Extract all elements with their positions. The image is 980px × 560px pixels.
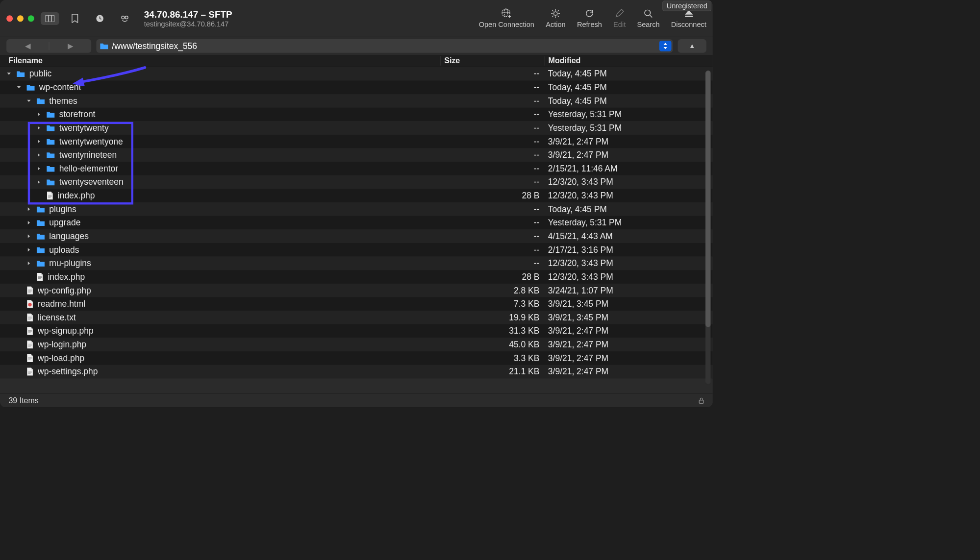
go-up-button[interactable]: ▲: [678, 39, 706, 53]
file-size: --: [440, 137, 544, 146]
path-row: ◀ ▶ /www/testingsitex_556 ▲: [0, 37, 713, 55]
file-row[interactable]: index.php28 B12/3/20, 3:43 PM: [0, 270, 713, 284]
file-row[interactable]: plugins--Today, 4:45 PM: [0, 202, 713, 216]
file-row[interactable]: wp-load.php3.3 KB3/9/21, 2:47 PM: [0, 351, 713, 365]
file-name: plugins: [49, 204, 76, 214]
file-row[interactable]: index.php28 B12/3/20, 3:43 PM: [0, 189, 713, 202]
disclosure-icon: [16, 368, 24, 375]
file-modified: 2/15/21, 11:46 AM: [545, 164, 713, 173]
app-icon-button[interactable]: [116, 12, 134, 24]
folder-icon: [36, 233, 45, 240]
folder-icon: [36, 97, 45, 105]
disclosure-icon: [16, 287, 24, 293]
file-row[interactable]: mu-plugins--12/3/20, 3:43 PM: [0, 257, 713, 270]
file-row[interactable]: wp-login.php45.0 KB3/9/21, 2:47 PM: [0, 338, 713, 351]
pencil-icon: [615, 8, 624, 19]
file-modified: Today, 4:45 PM: [545, 96, 713, 106]
file-row[interactable]: uploads--2/17/21, 3:16 PM: [0, 243, 713, 257]
disconnect-button[interactable]: Disconnect: [671, 8, 706, 28]
disclosure-icon[interactable]: [6, 71, 14, 76]
action-label: Edit: [613, 20, 626, 28]
file-size: --: [440, 204, 544, 214]
file-row[interactable]: twentyseventeen--12/3/20, 3:43 PM: [0, 175, 713, 189]
file-row[interactable]: twentynineteen--3/9/21, 2:47 PM: [0, 148, 713, 162]
disclosure-icon[interactable]: [36, 166, 44, 171]
toolbar-view-button[interactable]: [41, 12, 59, 24]
col-modified[interactable]: Modified: [545, 56, 713, 66]
file-row[interactable]: public--Today, 4:45 PM: [0, 67, 713, 81]
disclosure-icon[interactable]: [16, 85, 24, 90]
disclosure-icon[interactable]: [26, 234, 34, 239]
file-row[interactable]: upgrade--Yesterday, 5:31 PM: [0, 216, 713, 230]
path-text: /www/testingsitex_556: [112, 41, 197, 51]
svg-rect-45: [28, 360, 30, 360]
nav-forward-button[interactable]: ▶: [49, 42, 91, 50]
scroll-thumb[interactable]: [705, 71, 710, 327]
svg-rect-27: [38, 276, 42, 277]
svg-rect-30: [28, 290, 31, 290]
columns-icon: [45, 15, 54, 22]
file-name: hello-elementor: [59, 164, 118, 173]
file-list[interactable]: public--Today, 4:45 PMwp-content--Today,…: [0, 67, 713, 391]
action-menu-button[interactable]: Action: [546, 8, 565, 28]
bookmarks-button[interactable]: [66, 12, 84, 24]
file-size: --: [440, 177, 544, 187]
scrollbar[interactable]: [705, 71, 710, 384]
file-row[interactable]: wp-content--Today, 4:45 PM: [0, 80, 713, 94]
folder-icon: [26, 84, 35, 91]
folder-icon: [100, 43, 108, 50]
file-row[interactable]: readme.html7.3 KB3/9/21, 3:45 PM: [0, 297, 713, 311]
disclosure-icon[interactable]: [36, 152, 44, 157]
svg-rect-23: [685, 16, 693, 17]
file-row[interactable]: license.txt19.9 KB3/9/21, 3:45 PM: [0, 311, 713, 324]
file-row[interactable]: languages--4/15/21, 4:43 AM: [0, 229, 713, 243]
svg-line-20: [558, 10, 559, 11]
file-name: wp-config.php: [38, 286, 91, 295]
disclosure-icon[interactable]: [26, 220, 34, 225]
file-row[interactable]: storefront--Yesterday, 5:31 PM: [0, 108, 713, 122]
lock-icon: [699, 397, 704, 404]
history-button[interactable]: [91, 12, 109, 24]
title-area: 34.70.86.147 – SFTP testingsitex@34.70.8…: [144, 9, 232, 28]
file-row[interactable]: twentytwenty--Yesterday, 5:31 PM: [0, 121, 713, 135]
folder-icon: [36, 219, 45, 226]
file-row[interactable]: twentytwentyone--3/9/21, 2:47 PM: [0, 135, 713, 148]
disclosure-icon[interactable]: [26, 98, 34, 103]
refresh-button[interactable]: Refresh: [577, 8, 602, 28]
col-filename[interactable]: Filename: [8, 56, 440, 66]
file-row[interactable]: wp-config.php2.8 KB3/24/21, 1:07 PM: [0, 284, 713, 297]
file-modified: 3/9/21, 3:45 PM: [545, 313, 713, 322]
path-dropdown-icon[interactable]: [659, 41, 672, 51]
disclosure-icon[interactable]: [36, 125, 44, 130]
svg-rect-41: [28, 345, 31, 345]
disclosure-icon[interactable]: [26, 207, 34, 212]
file-icon: [47, 192, 54, 200]
column-header[interactable]: Filename Size Modified: [0, 55, 713, 67]
path-field[interactable]: /www/testingsitex_556: [96, 39, 673, 53]
nav-back-button[interactable]: ◀: [6, 42, 49, 50]
search-button[interactable]: Search: [637, 8, 659, 28]
file-row[interactable]: themes--Today, 4:45 PM: [0, 94, 713, 108]
close-icon[interactable]: [6, 15, 13, 22]
action-label: Open Connection: [479, 20, 534, 28]
file-modified: 3/9/21, 2:47 PM: [545, 353, 713, 363]
file-modified: Yesterday, 5:31 PM: [545, 218, 713, 227]
open-connection-button[interactable]: Open Connection: [479, 8, 534, 28]
minimize-icon[interactable]: [17, 15, 24, 22]
file-row[interactable]: wp-signup.php31.3 KB3/9/21, 2:47 PM: [0, 324, 713, 338]
file-modified: 3/9/21, 2:47 PM: [545, 366, 713, 376]
disclosure-icon[interactable]: [36, 180, 44, 185]
disclosure-icon[interactable]: [26, 247, 34, 252]
zoom-icon[interactable]: [28, 15, 34, 22]
disclosure-icon[interactable]: [36, 112, 44, 117]
file-row[interactable]: hello-elementor--2/15/21, 11:46 AM: [0, 162, 713, 175]
disclosure-icon[interactable]: [36, 139, 44, 144]
svg-point-5: [125, 16, 128, 19]
col-size[interactable]: Size: [440, 56, 544, 66]
svg-point-4: [122, 16, 125, 19]
disclosure-icon: [16, 328, 24, 334]
search-icon: [644, 8, 653, 19]
disclosure-icon[interactable]: [26, 261, 34, 266]
file-icon: [36, 272, 44, 281]
file-row[interactable]: wp-settings.php21.1 KB3/9/21, 2:47 PM: [0, 365, 713, 379]
